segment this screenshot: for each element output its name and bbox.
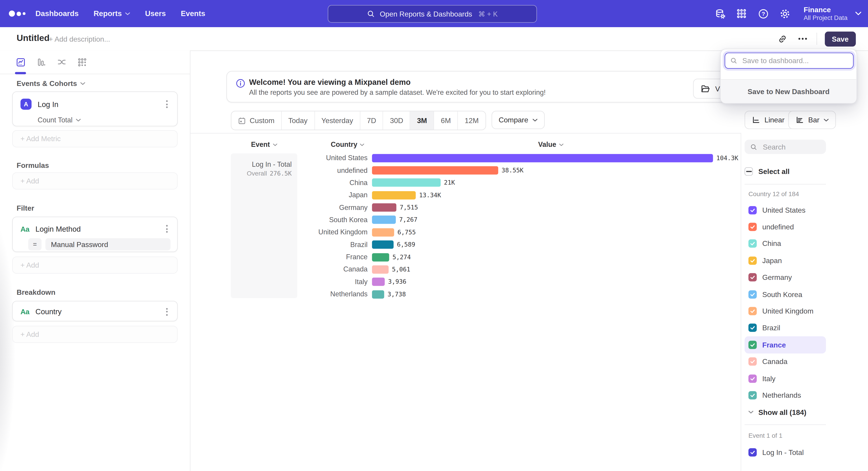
legend-checkbox-checked[interactable]: [748, 223, 757, 231]
column-header-country[interactable]: Country: [314, 140, 381, 149]
legend-item-germany[interactable]: Germany: [745, 269, 826, 286]
nav-link-users[interactable]: Users: [145, 9, 166, 18]
select-all-checkbox-indeterminate[interactable]: [745, 167, 753, 175]
events-cohorts-header[interactable]: Events & Cohorts: [17, 79, 85, 88]
insights-icon[interactable]: [15, 57, 26, 68]
report-title[interactable]: Untitled: [17, 33, 50, 43]
add-filter-button[interactable]: + Add: [12, 257, 178, 274]
metric-kebab-icon[interactable]: [163, 100, 170, 108]
add-description-placeholder[interactable]: + Add description...: [49, 35, 110, 43]
legend-item-italy[interactable]: Italy: [745, 370, 826, 387]
save-button[interactable]: Save: [825, 31, 856, 46]
legend-checkbox-checked[interactable]: [748, 273, 757, 282]
legend-item-china[interactable]: China: [745, 235, 826, 252]
bar-segment[interactable]: [372, 166, 498, 175]
legend-search-input[interactable]: [762, 142, 819, 152]
legend-checkbox-checked[interactable]: [748, 240, 757, 248]
nav-link-reports[interactable]: Reports: [94, 9, 130, 18]
event-summary-panel[interactable]: Log In - Total Overall 276.5K: [231, 153, 297, 298]
legend-item-undefined[interactable]: undefined: [745, 218, 826, 235]
nav-link-events[interactable]: Events: [181, 9, 205, 18]
breakdown-card-country[interactable]: Aa Country: [12, 301, 178, 321]
legend-checkbox-checked[interactable]: [748, 357, 757, 366]
range-button-today[interactable]: Today: [282, 111, 315, 129]
save-dashboard-search-field[interactable]: [725, 53, 854, 69]
range-button-3m[interactable]: 3M: [410, 111, 434, 129]
bar-row-united-states: United States104.3K: [301, 152, 739, 164]
legend-checkbox-checked[interactable]: [748, 374, 757, 383]
range-button-6m[interactable]: 6M: [434, 111, 458, 129]
legend-checkbox-checked[interactable]: [748, 391, 757, 400]
bar-segment[interactable]: [372, 154, 713, 162]
bar-segment[interactable]: [372, 203, 397, 212]
mixpanel-logo[interactable]: [9, 0, 25, 27]
legend-search-field[interactable]: [745, 140, 826, 154]
range-button-12m[interactable]: 12M: [458, 111, 485, 129]
legend-item-brazil[interactable]: Brazil: [745, 319, 826, 336]
metric-aggregation-dropdown[interactable]: Count Total: [13, 115, 177, 126]
retention-icon[interactable]: [76, 57, 88, 68]
add-formula-button[interactable]: + Add: [12, 172, 178, 189]
funnel-icon[interactable]: [35, 57, 46, 68]
filter-card-login-method[interactable]: Aa Login Method = Manual Password: [12, 217, 178, 252]
legend-event-item[interactable]: Log In - Total: [745, 445, 804, 460]
bar-segment[interactable]: [372, 265, 389, 274]
legend-checkbox-checked[interactable]: [748, 257, 757, 265]
filter-kebab-icon[interactable]: [163, 225, 170, 233]
breakdown-property-name[interactable]: Country: [35, 307, 163, 316]
bar-segment[interactable]: [372, 216, 396, 224]
bar-segment[interactable]: [372, 278, 385, 286]
apps-grid-icon[interactable]: [736, 7, 748, 20]
range-button-custom[interactable]: Custom: [231, 111, 282, 129]
range-button-7d[interactable]: 7D: [360, 111, 383, 129]
legend-checkbox-checked[interactable]: [748, 324, 757, 332]
flow-icon[interactable]: [56, 57, 67, 68]
metric-event-name[interactable]: Log In: [38, 100, 163, 108]
legend-checkbox-checked[interactable]: [748, 341, 757, 349]
help-icon[interactable]: ?: [757, 7, 770, 20]
legend-item-united-kingdom[interactable]: United Kingdom: [745, 303, 826, 319]
filter-operator-dropdown[interactable]: =: [28, 238, 41, 251]
bar-category-label: United States: [301, 154, 368, 162]
breakdown-kebab-icon[interactable]: [163, 308, 170, 315]
column-header-value[interactable]: Value: [515, 140, 587, 149]
show-all-button[interactable]: Show all (184): [745, 405, 807, 419]
bar-segment[interactable]: [372, 191, 416, 199]
filter-value-dropdown[interactable]: Manual Password: [45, 238, 170, 251]
legend-item-united-states[interactable]: United States: [745, 202, 826, 218]
range-button-30d[interactable]: 30D: [383, 111, 410, 129]
report-type-tabs: [0, 51, 190, 74]
legend-item-netherlands[interactable]: Netherlands: [745, 387, 826, 404]
legend-checkbox-checked[interactable]: [748, 307, 757, 315]
compare-button[interactable]: Compare: [491, 111, 545, 129]
add-breakdown-button[interactable]: + Add: [12, 326, 178, 343]
column-header-event[interactable]: Event: [231, 140, 297, 149]
chart-type-dropdown[interactable]: Bar: [788, 111, 836, 129]
filter-property-name[interactable]: Login Method: [35, 225, 163, 233]
add-metric-button[interactable]: + Add Metric: [12, 130, 178, 147]
bar-segment[interactable]: [372, 179, 441, 187]
range-button-yesterday[interactable]: Yesterday: [315, 111, 360, 129]
bar-segment[interactable]: [372, 228, 394, 237]
metric-card-log-in[interactable]: A Log In Count Total: [12, 91, 178, 126]
legend-checkbox-checked[interactable]: [748, 290, 757, 298]
global-search-button[interactable]: Open Reports & Dashboards ⌘ + K: [328, 5, 537, 23]
save-to-new-dashboard-button[interactable]: Save to New Dashboard: [721, 79, 857, 103]
data-settings-icon[interactable]: [714, 7, 726, 20]
event-checkbox-checked[interactable]: [748, 448, 757, 456]
nav-link-dashboards[interactable]: Dashboards: [35, 9, 79, 18]
bar-segment[interactable]: [372, 253, 389, 261]
bar-segment[interactable]: [372, 290, 384, 298]
select-all-row[interactable]: Select all: [745, 164, 789, 178]
legend-checkbox-checked[interactable]: [748, 206, 757, 214]
settings-gear-icon[interactable]: [779, 7, 791, 20]
save-dashboard-search-input[interactable]: [741, 56, 843, 65]
legend-item-japan[interactable]: Japan: [745, 252, 826, 269]
bar-segment[interactable]: [372, 240, 394, 249]
more-actions-icon[interactable]: [796, 33, 809, 45]
copy-link-icon[interactable]: [776, 33, 789, 45]
legend-item-south-korea[interactable]: South Korea: [745, 286, 826, 303]
project-switcher[interactable]: Finance All Project Data: [804, 5, 861, 22]
legend-item-canada[interactable]: Canada: [745, 353, 826, 370]
legend-item-france[interactable]: France: [745, 336, 826, 353]
